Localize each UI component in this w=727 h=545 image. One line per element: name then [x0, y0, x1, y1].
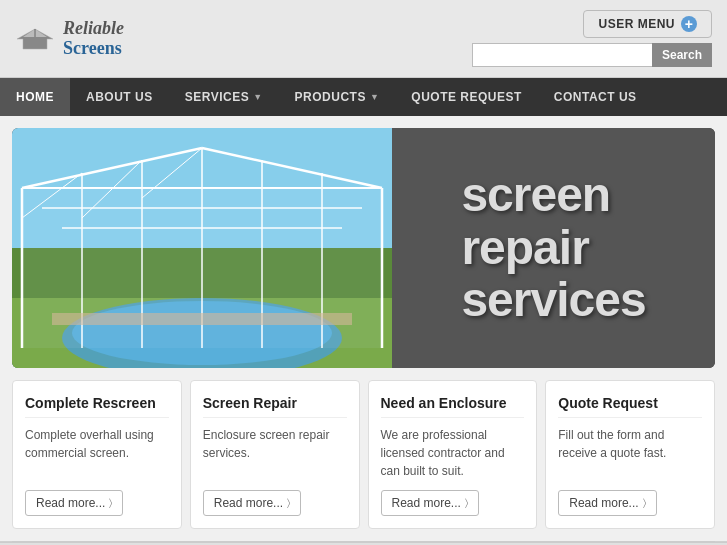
card-text-enclosure: We are professional licensed contractor …	[381, 426, 525, 480]
nav-contact-label: CONTACT US	[554, 90, 637, 104]
hero-text-area: screen repair services	[392, 128, 715, 368]
card-quote-request: Quote Request Fill out the form and rece…	[545, 380, 715, 529]
card-title-repair: Screen Repair	[203, 395, 347, 418]
read-more-arrow-quote: 〉	[643, 497, 646, 509]
cards-section: Complete Rescreen Complete overhall usin…	[12, 380, 715, 529]
hero-image-svg	[12, 128, 392, 368]
nav-item-products[interactable]: PRODUCTS ▼	[279, 78, 396, 116]
hero-title: screen repair services	[461, 169, 645, 327]
nav-about-label: ABOUT US	[86, 90, 153, 104]
user-menu-label: USER MENU	[598, 17, 675, 31]
header-right: USER MENU + Search	[472, 10, 712, 67]
hero-image	[12, 128, 392, 368]
read-more-label-repair: Read more...	[214, 496, 283, 510]
nav-quote-label: QUOTE REQUEST	[411, 90, 522, 104]
logo-screens: Screens	[63, 38, 122, 58]
hero-title-line3: services	[461, 274, 645, 327]
nav-item-quote[interactable]: QUOTE REQUEST	[395, 78, 538, 116]
hero-section: screen repair services	[12, 128, 715, 368]
read-more-arrow-repair: 〉	[287, 497, 290, 509]
hero-title-line1: screen	[461, 169, 645, 222]
svg-rect-24	[52, 313, 352, 325]
nav-services-label: SERVICES	[185, 90, 249, 104]
card-text-rescreen: Complete overhall using commercial scree…	[25, 426, 169, 480]
services-dropdown-icon: ▼	[253, 92, 262, 102]
card-text-quote: Fill out the form and receive a quote fa…	[558, 426, 702, 480]
logo-reliable: Reliable	[63, 18, 124, 38]
read-more-arrow-rescreen: 〉	[109, 497, 112, 509]
read-more-button-repair[interactable]: Read more... 〉	[203, 490, 301, 516]
card-title-enclosure: Need an Enclosure	[381, 395, 525, 418]
read-more-button-rescreen[interactable]: Read more... 〉	[25, 490, 123, 516]
card-complete-rescreen: Complete Rescreen Complete overhall usin…	[12, 380, 182, 529]
nav-home-label: HOME	[16, 90, 54, 104]
read-more-button-enclosure[interactable]: Read more... 〉	[381, 490, 479, 516]
nav-item-contact[interactable]: CONTACT US	[538, 78, 653, 116]
card-title-rescreen: Complete Rescreen	[25, 395, 169, 418]
logo-area: Reliable Screens	[63, 19, 124, 59]
nav-item-about[interactable]: ABOUT US	[70, 78, 169, 116]
search-area: Search	[472, 43, 712, 67]
search-input[interactable]	[472, 43, 652, 67]
logo-wrapper: Reliable Screens	[15, 19, 124, 59]
user-menu-plus-icon: +	[681, 16, 697, 32]
nav-products-label: PRODUCTS	[295, 90, 366, 104]
read-more-label-enclosure: Read more...	[392, 496, 461, 510]
logo-text: Reliable Screens	[63, 19, 124, 59]
card-screen-repair: Screen Repair Enclosure screen repair se…	[190, 380, 360, 529]
header: Reliable Screens USER MENU + Search	[0, 0, 727, 78]
navigation: HOME ABOUT US SERVICES ▼ PRODUCTS ▼ QUOT…	[0, 78, 727, 116]
read-more-label-quote: Read more...	[569, 496, 638, 510]
logo-icon	[15, 27, 55, 51]
card-text-repair: Enclosure screen repair services.	[203, 426, 347, 480]
nav-item-services[interactable]: SERVICES ▼	[169, 78, 279, 116]
read-more-button-quote[interactable]: Read more... 〉	[558, 490, 656, 516]
main-content: screen repair services Complete Rescreen…	[0, 116, 727, 541]
search-button[interactable]: Search	[652, 43, 712, 67]
user-menu-button[interactable]: USER MENU +	[583, 10, 712, 38]
products-dropdown-icon: ▼	[370, 92, 379, 102]
nav-item-home[interactable]: HOME	[0, 78, 70, 116]
card-title-quote: Quote Request	[558, 395, 702, 418]
read-more-arrow-enclosure: 〉	[465, 497, 468, 509]
hero-title-line2: repair	[461, 222, 645, 275]
read-more-label-rescreen: Read more...	[36, 496, 105, 510]
card-enclosure: Need an Enclosure We are professional li…	[368, 380, 538, 529]
